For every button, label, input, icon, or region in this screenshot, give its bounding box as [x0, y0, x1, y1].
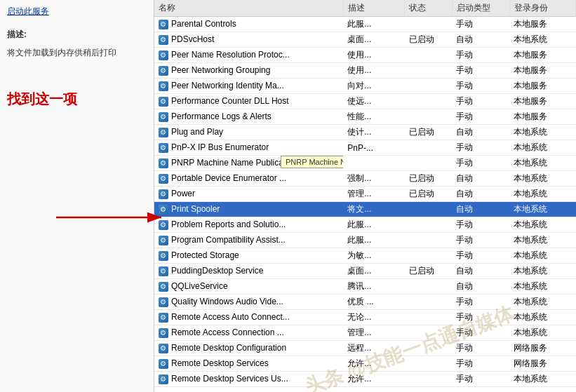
- service-icon: [159, 158, 168, 168]
- service-logon: 本地系统: [509, 264, 575, 279]
- service-name-cell: Protected Storage: [154, 248, 343, 264]
- table-row[interactable]: Parental Controls此服...手动本地服务: [154, 17, 576, 32]
- service-name-text: PnP-X IP Bus Enumerator: [171, 142, 269, 152]
- main-container: 启动此服务 描述: 将文件加载到内存供稍后打印 找到这一项 名称 描述 状态 启…: [0, 0, 576, 392]
- service-logon: 本地系统: [509, 140, 575, 156]
- service-name-cell: Remote Desktop Configuration: [154, 341, 343, 356]
- table-row[interactable]: QQLiveService腾讯...自动本地系统: [154, 279, 576, 295]
- service-start-type: 自动: [452, 202, 509, 217]
- table-row[interactable]: Quality Windows Audio Vide...优质 ...手动本地系…: [154, 295, 576, 310]
- service-name-cell: Remote Access Auto Connect...: [154, 310, 343, 325]
- service-desc: 性能...: [343, 109, 405, 125]
- table-row[interactable]: Problem Reports and Solutio...此服...手动本地系…: [154, 217, 576, 233]
- service-icon: [159, 282, 168, 292]
- table-row[interactable]: Performance Logs & Alerts性能...手动本地服务: [154, 109, 576, 125]
- service-name-cell: Remote Desktop Services Us...: [154, 372, 343, 387]
- table-row[interactable]: Power管理...已启动自动本地系统: [154, 187, 576, 202]
- service-logon: 网络服务: [509, 341, 575, 356]
- service-icon: [159, 174, 168, 184]
- service-start-type: 手动: [452, 295, 509, 310]
- service-name-text: Performance Counter DLL Host: [171, 96, 289, 106]
- service-status: [405, 372, 452, 387]
- service-desc: 使计...: [343, 125, 405, 140]
- table-row[interactable]: Program Compatibility Assist...此服...手动本地…: [154, 233, 576, 248]
- service-start-type: 手动: [452, 372, 509, 387]
- service-logon: 本地系统: [509, 217, 575, 233]
- table-row[interactable]: Print Spooler将文...自动本地系统: [154, 202, 576, 217]
- service-icon: [159, 35, 168, 45]
- service-start-type: 自动: [452, 187, 509, 202]
- service-logon: 网络服务: [509, 356, 575, 372]
- table-row[interactable]: Performance Counter DLL Host使远...手动本地服务: [154, 94, 576, 109]
- service-desc: PnP-...: [343, 140, 405, 156]
- service-desc: 此服...: [343, 17, 405, 32]
- col-header-status: 状态: [405, 0, 452, 17]
- table-row[interactable]: Remote Access Connection ...管理...手动本地系统: [154, 325, 576, 341]
- service-name-cell: PnP-X IP Bus Enumerator: [154, 140, 343, 156]
- table-row[interactable]: Protected Storage为敏...手动本地系统: [154, 248, 576, 264]
- service-name-text: QQLiveService: [171, 281, 228, 291]
- service-status: [405, 248, 452, 264]
- services-table: 名称 描述 状态 启动类型 登录身份 Parental Controls此服..…: [154, 0, 576, 387]
- service-desc: 使用...: [343, 48, 405, 63]
- service-status: [405, 341, 452, 356]
- table-row[interactable]: PuddingDesktop Service桌面...已启动自动本地系统: [154, 264, 576, 279]
- service-name-cell: Program Compatibility Assist...: [154, 233, 343, 248]
- service-start-type: 手动: [452, 248, 509, 264]
- service-logon: 本地系统: [509, 32, 575, 48]
- service-icon: [159, 143, 168, 153]
- service-status: [405, 63, 452, 79]
- service-logon: 本地系统: [509, 295, 575, 310]
- service-desc: 此服...: [343, 233, 405, 248]
- service-logon: 本地服务: [509, 94, 575, 109]
- service-desc: 使远...: [343, 94, 405, 109]
- service-status: 已启动: [405, 32, 452, 48]
- table-row[interactable]: Portable Device Enumerator ...强制...已启动自动…: [154, 171, 576, 187]
- service-name-text: PuddingDesktop Service: [171, 266, 263, 276]
- service-name-text: Print Spooler: [171, 204, 220, 214]
- service-name-text: Peer Name Resolution Protoc...: [171, 50, 290, 60]
- service-start-type: 手动: [452, 48, 509, 63]
- table-row[interactable]: Peer Networking Grouping使用...手动本地服务: [154, 63, 576, 79]
- service-logon: 本地系统: [509, 233, 575, 248]
- service-name-text: Portable Device Enumerator ...: [171, 173, 286, 183]
- service-start-type: 手动: [452, 325, 509, 341]
- service-start-type: 手动: [452, 156, 509, 171]
- table-row[interactable]: Plug and Play使计...已启动自动本地系统: [154, 125, 576, 140]
- service-start-type: 手动: [452, 79, 509, 94]
- service-name-text: Parental Controls: [171, 19, 236, 29]
- service-start-type: 手动: [452, 310, 509, 325]
- table-row[interactable]: Remote Desktop Services允许...手动网络服务: [154, 356, 576, 372]
- service-icon: [159, 359, 168, 369]
- service-start-type: 手动: [452, 356, 509, 372]
- service-desc: 强制...: [343, 171, 405, 187]
- col-header-start: 启动类型: [452, 0, 509, 17]
- service-logon: 本地系统: [509, 156, 575, 171]
- table-row[interactable]: Remote Desktop Configuration远程...手动网络服务: [154, 341, 576, 356]
- start-service-link[interactable]: 启动此服务: [7, 6, 147, 18]
- col-header-name: 名称: [154, 0, 343, 17]
- service-desc: 管理...: [343, 325, 405, 341]
- service-start-type: 手动: [452, 109, 509, 125]
- service-name-text: Program Compatibility Assist...: [171, 235, 286, 245]
- service-desc: 桌面...: [343, 32, 405, 48]
- service-start-type: 自动: [452, 171, 509, 187]
- table-row[interactable]: Peer Networking Identity Ma...向对...手动本地服…: [154, 79, 576, 94]
- service-desc: 将文...: [343, 202, 405, 217]
- table-row[interactable]: Remote Access Auto Connect...无论...手动本地系统: [154, 310, 576, 325]
- table-row[interactable]: PNRP Machine Name Publication ServicePNR…: [154, 156, 576, 171]
- service-name-cell: Print Spooler: [154, 202, 343, 217]
- service-icon: [159, 374, 168, 384]
- table-row[interactable]: PnP-X IP Bus EnumeratorPnP-...手动本地系统: [154, 140, 576, 156]
- table-row[interactable]: Peer Name Resolution Protoc...使用...手动本地服…: [154, 48, 576, 63]
- table-row[interactable]: Remote Desktop Services Us...允许...手动本地系统: [154, 372, 576, 387]
- service-icon: [159, 313, 168, 323]
- table-row[interactable]: PDSvcHost桌面...已启动自动本地系统: [154, 32, 576, 48]
- service-icon: [159, 344, 168, 353]
- service-name-text: Plug and Play: [171, 127, 223, 137]
- desc-text: 将文件加载到内存供稍后打印: [7, 46, 147, 59]
- service-icon: [159, 328, 168, 338]
- service-icon: [159, 128, 168, 137]
- service-desc: [343, 156, 405, 171]
- service-name-cell: Quality Windows Audio Vide...: [154, 295, 343, 310]
